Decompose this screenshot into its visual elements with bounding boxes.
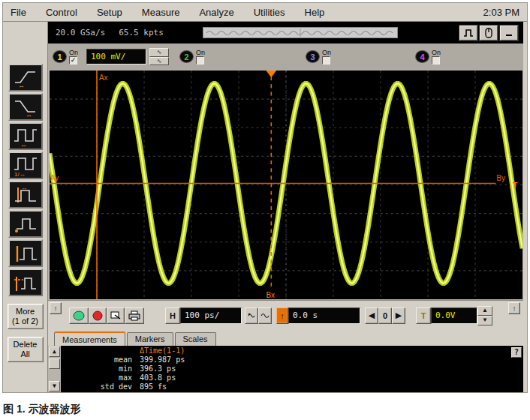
trigger-level-icon[interactable]: ↓T [508, 180, 517, 189]
help-button[interactable]: ? [511, 347, 522, 358]
go-to-zero-button[interactable]: 0 [378, 308, 392, 324]
channel-3-on-label: On [322, 50, 331, 56]
marker-by-label: By [497, 174, 505, 182]
channel-4-on: On [432, 50, 445, 64]
horizontal-zoom-button[interactable] [245, 308, 258, 324]
timebase-preview-bar[interactable] [203, 27, 398, 38]
horizontal-setup-button[interactable]: H [165, 308, 180, 324]
period-button[interactable]: ↔ [8, 122, 43, 150]
results-tabs: Measurements Markers Scales [48, 330, 523, 346]
channel-1-on: On ✓ [69, 50, 83, 64]
marker-ax-label: Ax [99, 74, 107, 82]
run-button[interactable] [69, 308, 89, 324]
channel-1-scale-field[interactable]: 100 mV/ [86, 49, 146, 64]
zoom-wave-icon [247, 312, 256, 320]
channel-bar: 1 On ✓ 100 mV/ ∿ ∿ 2 [48, 44, 523, 70]
marker-bx-label: Bx [266, 291, 274, 299]
more-label: More [8, 307, 43, 316]
marker-ay-label: Ay [50, 174, 59, 182]
trigger-position-button[interactable]: ↑ [276, 308, 288, 324]
timebase-field[interactable]: 100 ps/ [180, 308, 242, 324]
window-body: ↔ ↔ ↔ 1/↔ [3, 22, 527, 392]
stat-label: max [63, 374, 132, 382]
run-icon [72, 310, 86, 321]
measurements-scrollbar[interactable]: ▲ ▼ [48, 346, 61, 392]
channel-1-scale-spinner[interactable]: ∿ ∿ [149, 48, 169, 65]
menu-measure[interactable]: Measure [142, 7, 180, 18]
channel-2-on: On [196, 50, 209, 64]
more-measurements-button[interactable]: More (1 of 2) [8, 304, 44, 329]
channel-1-checkbox[interactable]: ✓ [69, 56, 77, 64]
collapse-left-button[interactable]: ↑ [50, 302, 62, 314]
scroll-up-icon[interactable]: ▲ [49, 346, 60, 357]
stop-button[interactable] [89, 308, 107, 324]
svg-text:↔: ↔ [21, 184, 27, 191]
trigger-level-field[interactable]: 0.0V [431, 308, 477, 324]
collapse-right-button[interactable]: ↑ [508, 302, 520, 314]
menu-setup[interactable]: Setup [97, 7, 122, 18]
frequency-icon: 1/↔ [12, 155, 39, 176]
channel-2-on-label: On [196, 50, 205, 56]
delete-all-button[interactable]: Delete All [8, 337, 44, 362]
channel-3-on: On [322, 50, 336, 64]
mouse-mode-button[interactable] [480, 26, 498, 40]
pan-left-button[interactable]: ◀ [365, 308, 378, 324]
positive-width-icon: ↔ [12, 184, 39, 206]
titlebar-button-group [457, 26, 518, 40]
scroll-down-icon[interactable]: ▼ [49, 381, 60, 392]
spinner-up-icon[interactable]: ▲ [477, 306, 492, 316]
menu-control[interactable]: Control [46, 7, 77, 18]
fall-time-button[interactable]: ↔ [8, 93, 43, 121]
horizontal-control-bar: ↑ [48, 300, 523, 330]
rise-time-button[interactable]: ↔ [8, 64, 43, 92]
channel-2-group: 2 On [179, 50, 209, 64]
delete-label: Delete [8, 340, 43, 350]
channel-3-checkbox[interactable] [322, 56, 330, 64]
horizontal-position-field[interactable]: 0.0 s [288, 308, 360, 324]
main-wrap: 20.0 GSa/s 65.5 kpts [48, 22, 527, 392]
delta-time-button[interactable] [8, 268, 43, 296]
channel-3-button[interactable]: 3 [306, 50, 320, 63]
trigger-position-icon[interactable] [266, 70, 276, 77]
scale-down-wave-icon[interactable]: ∿ [149, 57, 169, 66]
stat-value: 403.8 ps [140, 374, 176, 382]
menu-help[interactable]: Help [305, 7, 325, 18]
measurement-row-min: min 396.3 ps [63, 364, 523, 374]
svg-text:1/↔: 1/↔ [14, 171, 26, 176]
channel-4-on-label: On [432, 50, 441, 56]
channel-2-button[interactable]: 2 [179, 50, 194, 63]
scale-up-wave-icon[interactable]: ∿ [149, 48, 169, 57]
positive-width-button[interactable]: ↔ [8, 181, 43, 208]
channel-2-checkbox[interactable] [196, 56, 204, 64]
main-sweep-button[interactable] [258, 308, 272, 324]
minimize-button[interactable] [500, 26, 518, 40]
v-amplitude-button[interactable] [8, 239, 43, 267]
menu-analyze[interactable]: Analyze [199, 7, 233, 18]
scroll-thumb[interactable] [49, 358, 60, 369]
menu-file[interactable]: File [11, 7, 26, 18]
channel-1-button[interactable]: 1 [53, 50, 67, 63]
delta-time-icon [12, 272, 39, 293]
channel-1-on-label: On [69, 50, 78, 56]
trigger-setup-button[interactable]: T [416, 308, 431, 324]
waveform-plot: Ax Ay Bx By ↓T [50, 70, 522, 299]
spinner-down-icon[interactable]: ▼ [477, 316, 492, 326]
channel-4-checkbox[interactable] [432, 56, 440, 64]
print-button[interactable] [125, 308, 144, 324]
waveform-display[interactable]: Ax Ay Bx By ↓T [48, 70, 523, 300]
tab-scales[interactable]: Scales [175, 332, 216, 346]
frequency-button[interactable]: 1/↔ [8, 152, 43, 179]
channel-4-button[interactable]: 4 [415, 50, 429, 63]
menu-utilities[interactable]: Utilities [254, 7, 285, 18]
window-arrow-icon [110, 310, 122, 320]
negative-width-button[interactable] [8, 210, 43, 238]
pan-right-button[interactable]: ▶ [392, 308, 405, 324]
oscilloscope-window: File Control Setup Measure Analyze Utili… [2, 2, 528, 393]
tab-markers[interactable]: Markers [127, 332, 173, 346]
negative-width-icon [12, 214, 39, 235]
copy-screen-button[interactable] [107, 308, 125, 324]
trigger-level-spinner: ▲ ▼ [477, 306, 492, 326]
tab-measurements[interactable]: Measurements [54, 332, 125, 346]
pulse-view-button[interactable] [459, 26, 477, 40]
v-amplitude-icon [12, 243, 39, 264]
